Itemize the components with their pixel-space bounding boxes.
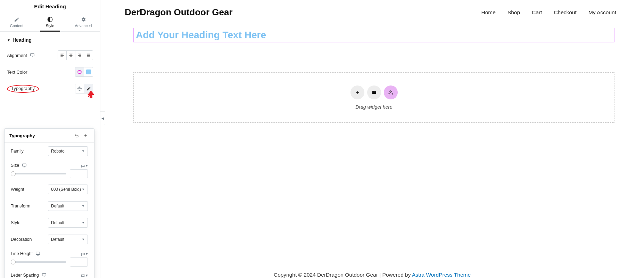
chevron-down-icon: ▼: [82, 204, 85, 208]
pencil-icon: [86, 86, 91, 91]
family-label: Family: [11, 149, 24, 154]
svg-rect-1: [31, 54, 34, 56]
alignment-control: Alignment: [0, 47, 100, 64]
style-select[interactable]: Default▼: [48, 218, 88, 228]
transform-select[interactable]: Default▼: [48, 201, 88, 211]
nav-shop[interactable]: Shop: [507, 9, 520, 16]
folder-icon: [371, 90, 377, 95]
size-slider[interactable]: [11, 173, 66, 174]
section-heading[interactable]: ▼ Heading: [0, 32, 100, 47]
canvas-preview: DerDragon Outdoor Gear Home Shop Cart Ch…: [100, 0, 644, 278]
global-color-button[interactable]: [75, 67, 84, 76]
undo-icon: [74, 133, 79, 138]
svg-rect-4: [23, 164, 26, 166]
folder-button[interactable]: [367, 85, 381, 99]
nav-cart[interactable]: Cart: [532, 9, 542, 16]
alignment-label: Alignment: [7, 53, 27, 58]
chevron-down-icon: ▼: [82, 188, 85, 191]
chevron-down-icon: ▼: [82, 221, 85, 224]
desktop-icon[interactable]: [42, 273, 47, 278]
contrast-icon: [47, 17, 53, 22]
alignment-buttons: [58, 50, 93, 60]
align-right-button[interactable]: [75, 51, 84, 60]
chevron-down-icon: ▼: [82, 149, 85, 153]
typography-popover: Typography Family Roboto▼ Size px▾: [4, 128, 94, 278]
size-label: Size: [11, 163, 19, 168]
desktop-icon[interactable]: [22, 163, 27, 168]
family-select[interactable]: Roboto▼: [48, 146, 88, 156]
plus-icon: [83, 133, 88, 138]
lineheight-input[interactable]: [70, 257, 88, 267]
sparkle-icon: [388, 90, 394, 95]
tab-advanced[interactable]: Advanced: [67, 13, 100, 31]
align-justify-button[interactable]: [84, 51, 93, 60]
ai-button[interactable]: [384, 85, 398, 99]
globe-icon: [77, 70, 82, 74]
decoration-label: Decoration: [11, 237, 32, 242]
slider-thumb[interactable]: [11, 171, 16, 176]
weight-label: Weight: [11, 187, 24, 192]
letterspacing-label: Letter Spacing: [11, 273, 39, 278]
footer-text: Copyright © 2024 DerDragon Outdoor Gear …: [274, 272, 412, 278]
add-widget-button[interactable]: [350, 85, 364, 99]
style-label: Style: [11, 220, 20, 225]
tab-bar: Content Style Advanced: [0, 13, 100, 32]
collapse-handle[interactable]: ◀: [100, 111, 105, 125]
size-input[interactable]: [70, 169, 88, 178]
nav-checkout[interactable]: Checkout: [554, 9, 576, 16]
reset-button[interactable]: [73, 132, 80, 139]
dropzone-text: Drag widget here: [355, 104, 393, 110]
color-swatch: [86, 70, 91, 74]
tab-style[interactable]: Style: [33, 13, 67, 31]
add-button[interactable]: [82, 132, 89, 139]
slider-thumb[interactable]: [11, 260, 16, 264]
editor-sidebar: Edit Heading Content Style Advanced ▼ He…: [0, 0, 100, 278]
lineheight-unit[interactable]: px▾: [81, 252, 88, 256]
panel-body: ▼ Heading Alignment Text Color: [0, 32, 100, 278]
align-left-button[interactable]: [58, 51, 67, 60]
weight-select[interactable]: 600 (Semi Bold)▼: [48, 185, 88, 194]
page-area: Add Your Heading Text Here Drag widget h…: [100, 24, 644, 261]
nav-account[interactable]: My Account: [588, 9, 616, 16]
align-center-button[interactable]: [67, 51, 75, 60]
nav-home[interactable]: Home: [481, 9, 496, 16]
footer-link[interactable]: Astra WordPress Theme: [412, 272, 471, 278]
letterspacing-unit[interactable]: px▾: [81, 273, 88, 278]
transform-label: Transform: [11, 204, 31, 208]
desktop-icon[interactable]: [35, 251, 40, 256]
globe-icon: [77, 86, 82, 91]
size-unit[interactable]: px▾: [81, 163, 88, 168]
caret-down-icon: ▼: [7, 38, 10, 42]
heading-widget[interactable]: Add Your Heading Text Here: [133, 28, 614, 42]
popover-title: Typography: [9, 133, 35, 138]
typography-control: Typography: [0, 80, 100, 97]
pencil-icon: [14, 17, 19, 22]
chevron-down-icon: ▼: [82, 238, 85, 241]
typography-edit-button[interactable]: [84, 84, 93, 93]
text-color-label: Text Color: [7, 70, 27, 75]
gear-icon: [81, 17, 86, 22]
lineheight-label: Line Height: [11, 251, 33, 256]
plus-icon: [355, 90, 360, 95]
site-header: DerDragon Outdoor Gear Home Shop Cart Ch…: [100, 0, 644, 24]
chevron-down-icon: ▾: [86, 252, 88, 256]
decoration-select[interactable]: Default▼: [48, 235, 88, 244]
text-color-control: Text Color: [0, 64, 100, 80]
chevron-down-icon: ▾: [86, 163, 88, 168]
dropzone[interactable]: Drag widget here: [133, 72, 614, 123]
color-swatch-button[interactable]: [84, 67, 93, 76]
typography-label: Typography: [7, 85, 39, 93]
typography-global-button[interactable]: [75, 84, 84, 93]
svg-rect-6: [42, 273, 46, 276]
sidebar-title: Edit Heading: [0, 0, 100, 13]
lineheight-slider[interactable]: [11, 261, 66, 263]
chevron-down-icon: ▾: [86, 273, 88, 278]
site-footer: Copyright © 2024 DerDragon Outdoor Gear …: [100, 261, 644, 278]
main-nav: Home Shop Cart Checkout My Account: [481, 9, 616, 16]
desktop-icon[interactable]: [30, 53, 35, 58]
tab-content[interactable]: Content: [0, 13, 33, 31]
site-title[interactable]: DerDragon Outdoor Gear: [125, 7, 233, 18]
svg-rect-5: [36, 252, 40, 254]
